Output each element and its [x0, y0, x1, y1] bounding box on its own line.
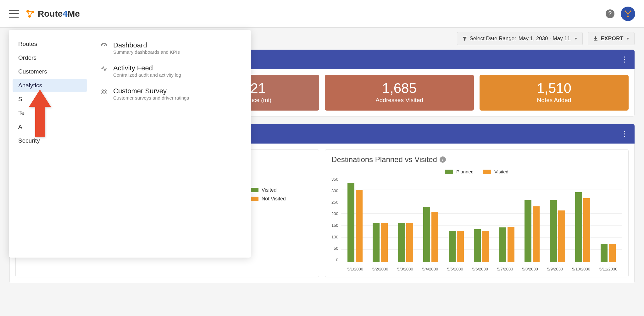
nav-item-customers[interactable]: Customers	[13, 65, 87, 78]
bar[interactable]	[533, 206, 540, 262]
nav-item-routes[interactable]: Routes	[13, 37, 87, 51]
bar[interactable]	[449, 231, 456, 262]
svg-point-3	[625, 10, 626, 12]
header-left: Route4Me	[9, 9, 80, 19]
bar[interactable]	[558, 210, 565, 262]
bar[interactable]	[583, 198, 590, 262]
x-tick: 5/7/2030	[497, 267, 513, 271]
y-tick: 250	[331, 200, 338, 204]
download-icon	[593, 36, 598, 41]
x-axis: 5/1/20305/2/20305/3/20305/4/20305/5/2030…	[343, 267, 622, 271]
bar[interactable]	[474, 229, 481, 262]
info-icon[interactable]: i	[440, 156, 446, 163]
bar[interactable]	[457, 231, 464, 262]
svg-point-8	[105, 90, 107, 92]
bar[interactable]	[373, 223, 380, 262]
bar-group	[601, 244, 616, 262]
legend-item: Planned	[445, 169, 474, 174]
legend-item: Visited	[250, 187, 286, 193]
y-tick: 0	[336, 258, 338, 262]
app-header: Route4Me ?	[0, 0, 644, 28]
date-range-selector[interactable]: Select Date Range: May 1, 2030 - May 11,	[457, 32, 583, 45]
legend-swatch	[250, 197, 258, 201]
legend-item: Not Visited	[250, 196, 286, 202]
x-tick: 5/6/2030	[472, 267, 488, 271]
kpi-card[interactable]: 1,685Addresses Visited	[325, 75, 474, 111]
x-tick: 5/3/2030	[397, 267, 413, 271]
legend-swatch	[483, 170, 491, 174]
bar[interactable]	[398, 223, 405, 262]
bar[interactable]	[550, 200, 557, 262]
logo-icon	[25, 9, 35, 19]
bar-group	[449, 231, 464, 262]
bar-group	[398, 223, 413, 262]
bar-group	[347, 183, 363, 262]
export-button[interactable]: EXPORT	[588, 32, 635, 45]
chevron-down-icon	[626, 38, 629, 40]
activity-icon	[101, 65, 108, 78]
bar[interactable]	[347, 183, 354, 262]
y-tick: 100	[331, 235, 338, 239]
bar[interactable]	[575, 192, 582, 262]
y-tick: 200	[331, 211, 338, 216]
bar[interactable]	[508, 227, 514, 262]
bar-group	[423, 207, 438, 262]
nav-subitem-title: Dashboard	[113, 41, 180, 49]
bar-chart-title: Destinations Planned vs Visited i	[331, 155, 622, 164]
svg-point-5	[627, 15, 629, 17]
logo-text: Route4Me	[38, 9, 80, 19]
kpi-value: 1,685	[382, 80, 417, 96]
bar-group	[474, 229, 489, 262]
legend-label: Visited	[262, 187, 277, 193]
nav-secondary-list: DashboardSummary dashboards and KPIsActi…	[91, 37, 251, 250]
nav-subitem-dashboard[interactable]: DashboardSummary dashboards and KPIs	[101, 37, 242, 60]
x-tick: 5/8/2030	[522, 267, 538, 271]
help-icon[interactable]: ?	[606, 9, 614, 18]
bar-group	[499, 227, 514, 262]
nav-subitem-activity-feed[interactable]: Activity FeedCentralized audit and activ…	[101, 60, 242, 83]
bar[interactable]	[423, 207, 430, 262]
survey-icon	[101, 88, 108, 101]
legend-label: Not Visited	[262, 196, 286, 202]
gauge-icon	[101, 42, 108, 55]
bar-group	[373, 223, 388, 262]
svg-point-7	[102, 90, 104, 92]
kpi-label: Addresses Visited	[375, 97, 423, 104]
y-tick: 300	[331, 188, 338, 193]
x-tick: 5/11/2030	[599, 267, 618, 271]
nav-subitem-title: Customer Survey	[113, 87, 189, 95]
bar[interactable]	[431, 212, 438, 262]
x-tick: 5/2/2030	[372, 267, 388, 271]
nav-subitem-customer-survey[interactable]: Customer SurveyCustomer surveys and driv…	[101, 83, 242, 106]
bar[interactable]	[525, 200, 531, 262]
legend-label: Planned	[456, 169, 474, 174]
x-tick: 5/9/2030	[547, 267, 563, 271]
date-range-label: Select Date Range:	[470, 35, 516, 42]
x-tick: 5/10/2030	[572, 267, 590, 271]
menu-toggle-button[interactable]	[9, 10, 19, 18]
user-avatar[interactable]	[621, 7, 635, 21]
bar[interactable]	[381, 223, 388, 262]
annotation-arrow	[29, 90, 51, 138]
kpi-value: 1,510	[537, 80, 571, 96]
legend-swatch	[445, 170, 453, 174]
bar[interactable]	[601, 244, 608, 262]
app-logo[interactable]: Route4Me	[25, 9, 80, 19]
bar[interactable]	[356, 190, 363, 262]
legend-item: Visited	[483, 169, 508, 174]
header-right: ?	[606, 7, 635, 21]
bar[interactable]	[482, 231, 489, 262]
kpi-card[interactable]: 1,510Notes Added	[480, 75, 629, 111]
y-axis: 350300250200150100500	[331, 177, 341, 262]
y-tick: 350	[331, 177, 338, 182]
x-tick: 5/5/2030	[447, 267, 463, 271]
bar[interactable]	[406, 223, 413, 262]
svg-point-4	[630, 10, 631, 12]
bar[interactable]	[499, 227, 506, 262]
y-tick: 150	[331, 223, 338, 228]
nav-item-orders[interactable]: Orders	[13, 51, 87, 64]
legend-swatch	[250, 188, 258, 192]
bar-group	[575, 192, 590, 262]
bar[interactable]	[609, 244, 616, 262]
kpi-label: Notes Added	[537, 97, 571, 104]
